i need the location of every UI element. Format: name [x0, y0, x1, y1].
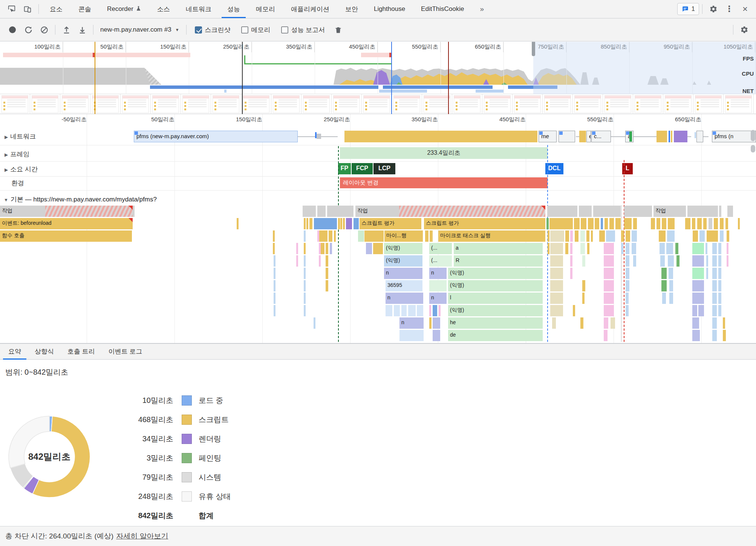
- flame-bar[interactable]: [706, 255, 708, 267]
- flame-bar-스크립트 평가[interactable]: 스크립트 평가: [424, 218, 545, 229]
- flame-bar[interactable]: [296, 243, 298, 254]
- network-request[interactable]: a: [625, 131, 634, 142]
- network-script-bar[interactable]: [657, 131, 667, 142]
- filmstrip-frame[interactable]: [633, 94, 663, 114]
- flame-bar[interactable]: [565, 230, 569, 242]
- flame-bar[interactable]: [417, 305, 423, 316]
- filmstrip-frame[interactable]: [121, 94, 151, 114]
- flame-bar[interactable]: [718, 305, 721, 316]
- flame-bar[interactable]: [718, 268, 721, 279]
- flame-bar[interactable]: [582, 255, 585, 267]
- flame-bar[interactable]: [723, 317, 725, 329]
- learn-more-link[interactable]: 자세히 알아보기: [116, 531, 168, 541]
- flame-bar[interactable]: [309, 218, 312, 229]
- timing-badge-FCP[interactable]: FCP: [352, 163, 373, 174]
- flame-bar[interactable]: [304, 230, 306, 242]
- filmstrip-frame[interactable]: [482, 94, 513, 114]
- flame-bar-36595[interactable]: 36595: [386, 280, 422, 291]
- flame-bar[interactable]: [274, 268, 275, 279]
- flame-bar-함수 호출[interactable]: 함수 호출: [0, 230, 132, 242]
- filmstrip-frame[interactable]: [422, 94, 452, 114]
- 메모리-checkbox-box[interactable]: [241, 26, 248, 34]
- flame-bar[interactable]: [669, 268, 673, 279]
- flame-bar[interactable]: [274, 280, 275, 291]
- flame-bar[interactable]: [712, 330, 717, 341]
- flame-bar[interactable]: [274, 293, 275, 304]
- flame-bar[interactable]: [582, 280, 585, 291]
- flame-bar[interactable]: [604, 218, 608, 229]
- flame-bar[interactable]: [675, 243, 678, 254]
- flame-bar-작업[interactable]: 작업: [355, 206, 399, 217]
- flame-bar[interactable]: [319, 255, 321, 267]
- flame-bar-n[interactable]: n: [386, 293, 423, 304]
- collapse-triangle-icon[interactable]: ▼: [4, 197, 8, 203]
- flame-bar[interactable]: [727, 243, 728, 254]
- tab-성능[interactable]: 성능: [219, 0, 248, 18]
- flame-bar[interactable]: [703, 218, 707, 229]
- flame-bar[interactable]: [604, 305, 614, 316]
- flame-bar[interactable]: [354, 218, 359, 229]
- main-thread-section-header[interactable]: ▼기본 — https://new-m.pay.naver.com/mydata…: [4, 195, 157, 204]
- flame-bar[interactable]: [373, 243, 383, 254]
- flame-bar[interactable]: [651, 218, 655, 229]
- flame-bar[interactable]: [662, 218, 666, 229]
- flame-bar[interactable]: [706, 268, 708, 279]
- flame-bar[interactable]: [575, 230, 578, 242]
- flame-bar[interactable]: [604, 255, 614, 267]
- lane-label-환경[interactable]: 환경: [11, 179, 24, 188]
- tab-소스[interactable]: 소스: [149, 0, 178, 18]
- 스크린샷-checkbox-box[interactable]: [195, 26, 202, 34]
- flame-bar[interactable]: [738, 218, 740, 229]
- flame-bar-n[interactable]: n: [429, 268, 447, 279]
- flame-bar[interactable]: [306, 218, 308, 229]
- flame-bar[interactable]: [718, 280, 721, 291]
- flame-bar[interactable]: [304, 243, 306, 254]
- load-profile-button[interactable]: [60, 23, 73, 36]
- flame-bar[interactable]: [319, 230, 327, 242]
- flame-bar[interactable]: [604, 243, 614, 254]
- flame-bar[interactable]: [626, 268, 629, 279]
- lane-label-소요 시간[interactable]: ▶소요 시간: [5, 165, 38, 174]
- flame-bar-de[interactable]: de: [448, 330, 543, 341]
- more-tabs-button[interactable]: »: [472, 0, 492, 18]
- flame-bar-(익명)[interactable]: (익명): [384, 255, 422, 267]
- flame-bar[interactable]: [321, 243, 324, 254]
- flame-bar[interactable]: [657, 218, 660, 229]
- lane-label-네트워크[interactable]: ▶네트워크: [5, 132, 36, 141]
- flame-bar[interactable]: [604, 293, 614, 304]
- flame-bar[interactable]: [304, 255, 306, 267]
- flame-bar[interactable]: [580, 243, 585, 254]
- clear-recording-button[interactable]: [38, 23, 51, 36]
- tab-보안[interactable]: 보안: [337, 0, 366, 18]
- flame-bar[interactable]: [667, 230, 675, 242]
- layout-shift-bar[interactable]: 레이아웃 변경: [340, 177, 548, 188]
- flame-bar[interactable]: [304, 293, 306, 304]
- tab-애플리케이션[interactable]: 애플리케이션: [283, 0, 337, 18]
- flame-bar[interactable]: [587, 243, 589, 254]
- flame-bar[interactable]: [579, 206, 592, 217]
- network-request[interactable]: [696, 131, 703, 142]
- flame-bar[interactable]: [591, 230, 593, 242]
- filmstrip-frame[interactable]: [693, 94, 724, 114]
- flame-bar-n[interactable]: n: [399, 317, 424, 329]
- flame-bar[interactable]: [550, 255, 563, 267]
- reload-and-record-button[interactable]: [22, 23, 35, 36]
- flame-bar[interactable]: [326, 268, 328, 279]
- flame-bar[interactable]: [707, 230, 718, 242]
- flame-bar[interactable]: [606, 230, 615, 242]
- flame-bar[interactable]: [693, 230, 698, 242]
- flame-bar[interactable]: [712, 280, 717, 291]
- flame-bar[interactable]: [714, 218, 718, 229]
- flame-bar[interactable]: [712, 317, 717, 329]
- flame-bar[interactable]: [433, 317, 440, 329]
- flame-bar[interactable]: [314, 317, 315, 329]
- flame-bar[interactable]: [604, 280, 614, 291]
- flame-bar[interactable]: [626, 230, 630, 242]
- filmstrip-frame[interactable]: [543, 94, 573, 114]
- network-request[interactable]: c...: [591, 131, 611, 142]
- flame-bar[interactable]: [439, 305, 441, 316]
- flame-bar-작업[interactable]: 작업: [653, 206, 686, 217]
- tab-네트워크[interactable]: 네트워크: [178, 0, 219, 18]
- flame-bar[interactable]: [326, 280, 328, 291]
- filmstrip-frame[interactable]: [0, 94, 30, 114]
